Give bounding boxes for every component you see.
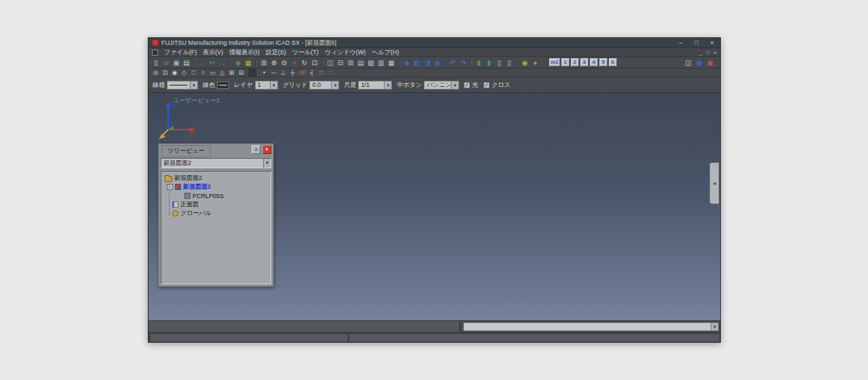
line-color-swatch[interactable] — [217, 81, 229, 89]
drawing-viewport[interactable]: ユーザービュー1 Y X ツリービュー « × — [149, 93, 720, 320]
pen-green-1-icon[interactable]: ▮ — [474, 58, 484, 68]
menu-help[interactable]: ヘルプ(H) — [372, 48, 399, 57]
connect-line-icon[interactable]: ┤ — [308, 69, 317, 77]
view-cascade-icon[interactable]: ▧ — [366, 58, 376, 68]
snap-circle-icon[interactable]: ○ — [199, 69, 208, 77]
menu-window[interactable]: ウィンドウ(W) — [325, 48, 366, 57]
zoom-cancel-icon[interactable]: × — [290, 58, 299, 68]
panel-collapse-tab[interactable]: ◄ — [709, 162, 719, 204]
front-view-icon[interactable]: ◧ — [412, 58, 422, 68]
close-window-icon[interactable]: ▣ — [705, 58, 715, 68]
axis-y-arrow — [165, 102, 171, 108]
autofit-icon[interactable]: AF — [298, 69, 307, 77]
top-view-icon[interactable]: ◉ — [433, 58, 442, 68]
forward-icon[interactable]: → — [218, 58, 227, 68]
viewport-split-icon[interactable]: ⊟ — [336, 58, 345, 68]
select-mode-icon[interactable]: ◎ — [151, 69, 160, 77]
snap-midpoint-icon[interactable]: ◇ — [180, 69, 189, 77]
snap-rect-icon[interactable]: ▭ — [208, 69, 217, 77]
region-zoom-icon[interactable]: ⊡ — [310, 58, 319, 68]
menubar: ファイル(F) 表示(V) 情報表示(I) 設定(S) ツール(T) ウィンドウ… — [149, 48, 720, 57]
pen-gray-2-icon[interactable]: ▯ — [505, 58, 514, 68]
tile-windows-icon[interactable]: ◫ — [684, 58, 693, 68]
line-type-select[interactable]: ▾ — [167, 81, 198, 90]
chevron-down-icon: ▾ — [263, 159, 271, 168]
maximize-button[interactable]: □ — [692, 39, 701, 46]
grid-points-icon[interactable]: ∷ — [317, 69, 326, 77]
scale-select[interactable]: 1/1 ▾ — [358, 81, 392, 90]
zoom-out-icon[interactable]: ⊖ — [279, 58, 289, 68]
model-icon[interactable]: ◆ — [233, 58, 243, 68]
window-slot-m1[interactable]: m1 — [549, 58, 560, 66]
measure-icon[interactable]: ◉ — [520, 58, 530, 68]
point-icon[interactable]: • — [260, 69, 269, 77]
viewport-single-icon[interactable]: ◫ — [326, 58, 335, 68]
horizontal-line-icon[interactable]: ─ — [269, 69, 278, 77]
mdi-close-button[interactable]: × — [713, 50, 717, 56]
side-view-icon[interactable]: ◨ — [422, 58, 432, 68]
cross-checkbox[interactable]: ✓ クロス — [484, 81, 511, 90]
snap-endpoint-icon[interactable]: □ — [189, 69, 198, 77]
view-all-icon[interactable]: ▦ — [387, 58, 396, 68]
close-button[interactable]: × — [707, 39, 717, 46]
menu-display[interactable]: 表示(V) — [203, 48, 223, 57]
zoom-window-icon[interactable]: ⊞ — [259, 58, 269, 68]
grid-dots-icon[interactable]: ∷ — [327, 69, 336, 77]
tree-item-drawing-root[interactable]: 新規図面2 — [161, 174, 271, 183]
layer-label: レイヤ — [234, 81, 253, 90]
menu-file[interactable]: ファイル(F) — [164, 48, 197, 57]
view-sheet-icon[interactable]: ▤ — [356, 58, 366, 68]
new-window-icon[interactable]: ▣ — [694, 58, 704, 68]
window-slot-1[interactable]: 1 — [561, 58, 570, 66]
undo-icon[interactable]: ↶ — [448, 58, 458, 68]
snap-polygon-icon[interactable]: △ — [218, 69, 226, 77]
open-folder-icon[interactable]: ▱ — [161, 58, 171, 68]
redraw-icon[interactable]: ↻ — [300, 58, 309, 68]
view-model-icon[interactable]: ▥ — [376, 58, 386, 68]
menu-info-display[interactable]: 情報表示(I) — [229, 48, 260, 57]
drawing-select-combo[interactable]: 新規図面2 ▾ — [161, 158, 271, 168]
minimize-button[interactable]: – — [676, 39, 686, 46]
command-input-combo[interactable]: ▾ — [463, 322, 719, 331]
highlight-checkbox[interactable]: ✓ 光 — [464, 81, 478, 90]
new-document-icon[interactable]: ▯ — [151, 58, 161, 68]
snap-remove-icon[interactable]: ⊟ — [237, 69, 245, 77]
perpendicular-icon[interactable]: ⊥ — [279, 69, 288, 77]
collapse-node-icon[interactable]: − — [167, 184, 173, 190]
middle-button-select[interactable]: パンニング ▾ — [424, 81, 459, 90]
lamp-icon[interactable]: ● — [530, 58, 540, 68]
tree-item-front-view[interactable]: 正面図 — [161, 200, 271, 209]
jump-icon[interactable]: ↩ — [208, 58, 217, 68]
mdi-minimize-button[interactable]: _ — [699, 50, 702, 56]
collapse-panel-button[interactable]: « — [252, 145, 260, 154]
zoom-in-icon[interactable]: ⊕ — [269, 58, 279, 68]
snap-center-icon[interactable]: ◉ — [170, 69, 179, 77]
layer-select[interactable]: 1 ▾ — [255, 81, 278, 90]
menu-settings[interactable]: 設定(S) — [266, 48, 286, 57]
iso-view-icon[interactable]: ◆ — [402, 58, 412, 68]
grid-select[interactable]: 0.0 ▾ — [309, 81, 339, 90]
drawing-sheet-icon[interactable]: ▦ — [243, 58, 253, 68]
viewport-quad-icon[interactable]: ⊞ — [346, 58, 355, 68]
window-slot-4[interactable]: 4 — [590, 58, 598, 66]
window-slot-2[interactable]: 2 — [571, 58, 579, 66]
pick-filter-icon[interactable]: ⊡ — [161, 69, 170, 77]
back-icon[interactable]: ← — [197, 58, 207, 68]
window-slot-3[interactable]: 3 — [580, 58, 589, 66]
save-icon[interactable]: ▣ — [172, 58, 181, 68]
redo-icon[interactable]: ↷ — [458, 58, 468, 68]
tree-item-global[interactable]: グローバル — [161, 209, 271, 218]
menu-tools[interactable]: ツール(T) — [292, 48, 319, 57]
print-icon[interactable]: ▤ — [182, 58, 191, 68]
pen-green-2-icon[interactable]: ▮ — [484, 58, 494, 68]
mdi-system-icon[interactable] — [152, 50, 158, 56]
tree-item-model[interactable]: − 新規図面2 — [161, 183, 271, 191]
tree-item-part[interactable]: PCRLP05S — [161, 191, 271, 200]
window-slot-5[interactable]: 5 — [599, 58, 608, 66]
cross-line-icon[interactable]: ┼ — [288, 69, 297, 77]
window-slot-6[interactable]: 6 — [609, 58, 617, 66]
snap-region-icon[interactable]: ⊞ — [227, 69, 236, 77]
close-panel-button[interactable]: × — [262, 145, 271, 154]
mdi-restore-button[interactable]: □ — [706, 50, 709, 56]
pen-gray-1-icon[interactable]: ▯ — [494, 58, 504, 68]
